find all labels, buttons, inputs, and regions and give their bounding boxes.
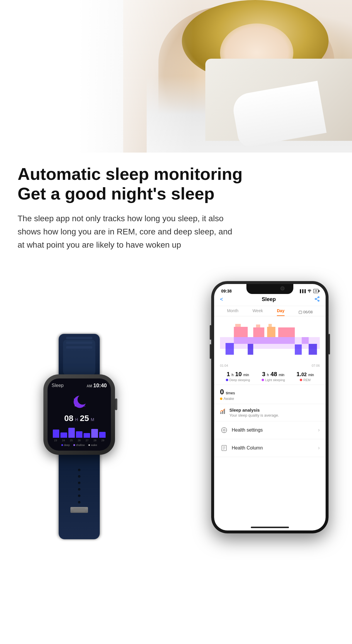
phone-power-button[interactable]	[329, 334, 330, 354]
watch-chart	[52, 427, 107, 438]
svg-point-5	[318, 297, 319, 298]
legend-wake: wake	[88, 444, 97, 447]
rem-value: 1.02 min	[297, 371, 314, 378]
legend-deep-label: deep	[64, 444, 70, 447]
tab-week[interactable]: Week	[253, 308, 263, 316]
health-column-chevron: ›	[318, 445, 320, 451]
svg-rect-19	[234, 327, 248, 337]
deep-value: 1 h 10 min	[226, 371, 250, 378]
share-button[interactable]	[314, 296, 320, 303]
sleep-chart-area	[214, 316, 326, 363]
tab-day[interactable]: Day	[277, 308, 285, 316]
phone-volume-up-button[interactable]	[210, 325, 211, 340]
phone-body: 09:38 ▐▐▐ 25 < Sleep	[211, 281, 329, 533]
watch-minutes: 25	[80, 414, 89, 423]
svg-rect-15	[226, 343, 234, 355]
health-column-item[interactable]: Health Column ›	[214, 439, 326, 457]
svg-rect-24	[302, 337, 309, 344]
phone-home-bar	[251, 527, 289, 528]
watch-label-23: 23	[54, 439, 57, 442]
awake-value: 0 times	[220, 388, 320, 396]
phone-screen: 09:38 ▐▐▐ 25 < Sleep	[214, 284, 326, 530]
hero-fade-overlay	[0, 0, 194, 153]
watch-label-24: 24	[62, 439, 65, 442]
chart-time-labels: 01:04 07:06	[214, 363, 326, 368]
status-time: 09:38	[221, 289, 232, 293]
phone-volume-down-button[interactable]	[210, 344, 211, 359]
tab-date[interactable]: 06/08	[299, 308, 313, 316]
svg-rect-16	[248, 344, 253, 355]
svg-rect-10	[299, 311, 302, 314]
svg-rect-27	[268, 324, 272, 327]
watch-band-bottom	[59, 451, 100, 539]
band-hole-2	[78, 475, 80, 478]
chart-start-time: 01:04	[220, 364, 228, 367]
app-title: Sleep	[262, 296, 276, 302]
chart-end-time: 07:06	[312, 364, 320, 367]
health-settings-left: Health settings	[220, 426, 263, 434]
light-label: Light sleeping	[262, 378, 285, 382]
svg-rect-18	[309, 344, 317, 355]
status-icons: ▐▐▐ 25	[299, 289, 319, 293]
watch-band-top	[59, 334, 100, 381]
awake-label: Awake	[220, 397, 320, 401]
band-hole-6	[78, 501, 80, 503]
watch-am-label: AM	[87, 384, 92, 388]
svg-rect-30	[224, 409, 225, 414]
battery-icon: 25	[313, 289, 319, 293]
svg-point-1	[77, 395, 87, 405]
phone-tabs: Month Week Day 06/08	[214, 306, 326, 316]
hero-section	[0, 0, 352, 153]
body-text: The sleep app not only tracks how long y…	[18, 212, 238, 251]
legend-deep: deep	[61, 444, 70, 447]
watch-hours: 08	[64, 414, 73, 423]
svg-rect-25	[235, 324, 241, 327]
phone-notch	[246, 284, 293, 294]
watch-screen-content: Sleep AM10:40 08	[48, 378, 111, 451]
legend-shallow-label: shallow	[76, 444, 85, 447]
signal-icon: ▐▐▐	[299, 289, 306, 293]
svg-rect-17	[295, 344, 302, 355]
stat-light: 3 h 48 min Light sleeping	[262, 371, 285, 382]
watch-time-value: 10:40	[93, 383, 107, 388]
svg-line-9	[316, 299, 318, 300]
analysis-icon	[220, 408, 226, 416]
stat-deep: 1 h 10 min Deep sleeping	[226, 371, 250, 382]
rem-label: REM	[297, 378, 314, 382]
health-settings-item[interactable]: Health settings ›	[214, 421, 326, 439]
health-settings-chevron: ›	[318, 427, 320, 433]
deep-label: Deep sleeping	[226, 378, 250, 382]
watch-label-28: 28	[94, 439, 97, 442]
svg-rect-23	[234, 337, 295, 344]
moon-icon	[70, 393, 88, 410]
back-button[interactable]: <	[220, 296, 223, 302]
stat-rem: 1.02 min REM	[297, 371, 314, 382]
svg-rect-28	[220, 412, 221, 414]
watch-screen: Sleep AM10:40 08	[48, 378, 111, 451]
analysis-text: Sleep analysis Your sleep quality is ave…	[229, 408, 279, 417]
smartphone: 09:38 ▐▐▐ 25 < Sleep	[197, 281, 343, 539]
band-hole-1	[78, 469, 80, 471]
watch-screen-time: AM10:40	[87, 383, 107, 389]
watch-label-25: 25	[70, 439, 73, 442]
svg-rect-26	[256, 324, 260, 327]
awake-section: 0 times Awake	[214, 385, 326, 404]
content-section: Automatic sleep monitoring Get a good ni…	[0, 153, 352, 281]
analysis-title: Sleep analysis	[229, 408, 279, 413]
health-column-icon	[220, 444, 228, 452]
wifi-icon	[307, 289, 312, 293]
watch-legend: deep shallow wake	[52, 444, 107, 447]
watch-chart-labels: 23 24 25 26 27 28 29	[52, 439, 107, 442]
svg-point-32	[223, 429, 225, 431]
analysis-description: Your sleep quality is average.	[229, 413, 279, 417]
watch-hours-unit: H	[75, 417, 78, 422]
health-settings-label: Health settings	[232, 427, 263, 433]
svg-rect-21	[267, 327, 275, 337]
tab-month[interactable]: Month	[227, 308, 238, 316]
watch-header: Sleep AM10:40	[52, 383, 107, 389]
band-holes	[78, 469, 80, 510]
health-column-left: Health Column	[220, 444, 263, 452]
watch-side-button[interactable]	[115, 398, 117, 410]
main-headline: Automatic sleep monitoring Get a good ni…	[18, 164, 334, 203]
headline-line1: Automatic sleep monitoring	[18, 164, 243, 183]
